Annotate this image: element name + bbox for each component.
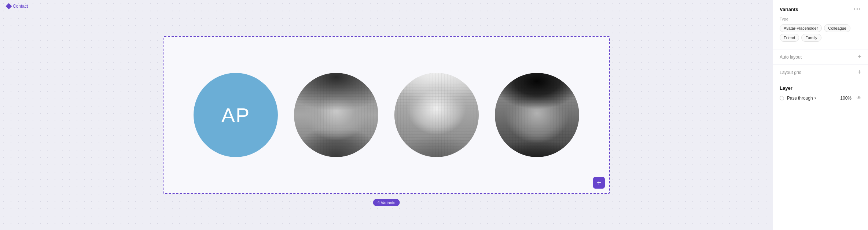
grid-overlay-1 — [294, 73, 378, 157]
blend-mode-dropdown[interactable]: Pass through ▾ — [787, 96, 816, 101]
add-variant-button[interactable]: + — [593, 177, 605, 189]
blend-mode-label: Pass through — [787, 96, 813, 101]
chip-avatar-placeholder[interactable]: Avatar-Placeholder — [780, 24, 822, 32]
component-icon — [6, 3, 12, 10]
chip-colleague[interactable]: Colleague — [824, 24, 850, 32]
person-silhouette-2 — [394, 73, 479, 157]
blend-mode-circle-icon — [780, 96, 784, 100]
avatar-photo-2 — [394, 73, 479, 157]
grid-overlay-2 — [394, 73, 479, 157]
avatar-placeholder: AP — [194, 73, 278, 157]
layout-grid-row: Layout grid + — [773, 65, 868, 80]
variants-count-badge: 4 Variants — [373, 199, 400, 206]
opacity-value[interactable]: 100% — [840, 96, 852, 101]
type-chips-row-2: Friend Family — [780, 34, 861, 42]
layer-row: Pass through ▾ 100% 👁 — [780, 95, 861, 101]
person-silhouette-3 — [495, 73, 579, 157]
auto-layout-add-button[interactable]: + — [857, 53, 861, 61]
canvas-area: Contact AP + — [0, 0, 773, 230]
visibility-toggle-icon[interactable]: 👁 — [857, 95, 861, 101]
avatar-photo-1 — [294, 73, 378, 157]
blend-mode-chevron-icon: ▾ — [814, 96, 816, 100]
right-panel: Variants ··· Type Avatar-Placeholder Col… — [773, 0, 868, 230]
layer-section: Layer Pass through ▾ 100% 👁 — [773, 80, 868, 106]
auto-layout-row: Auto layout + — [773, 49, 868, 65]
contact-label: Contact — [7, 4, 28, 9]
layout-grid-add-button[interactable]: + — [857, 68, 861, 76]
type-label: Type — [780, 17, 861, 21]
person-silhouette-1 — [294, 73, 378, 157]
layer-section-title: Layer — [780, 85, 861, 91]
chip-family[interactable]: Family — [801, 34, 821, 42]
variant-container: AP + 4 Variants — [163, 36, 610, 194]
chip-friend[interactable]: Friend — [780, 34, 799, 42]
contact-label-text: Contact — [13, 4, 28, 9]
avatar-photo-3 — [495, 73, 579, 157]
avatar-initials: AP — [221, 103, 250, 127]
variants-section: Variants ··· Type Avatar-Placeholder Col… — [773, 0, 868, 49]
grid-overlay-3 — [495, 73, 579, 157]
layout-grid-label: Layout grid — [780, 70, 801, 75]
auto-layout-label: Auto layout — [780, 55, 802, 60]
more-options-button[interactable]: ··· — [854, 6, 861, 12]
variants-section-title: Variants ··· — [780, 6, 861, 12]
type-chips-row-1: Avatar-Placeholder Colleague — [780, 24, 861, 32]
